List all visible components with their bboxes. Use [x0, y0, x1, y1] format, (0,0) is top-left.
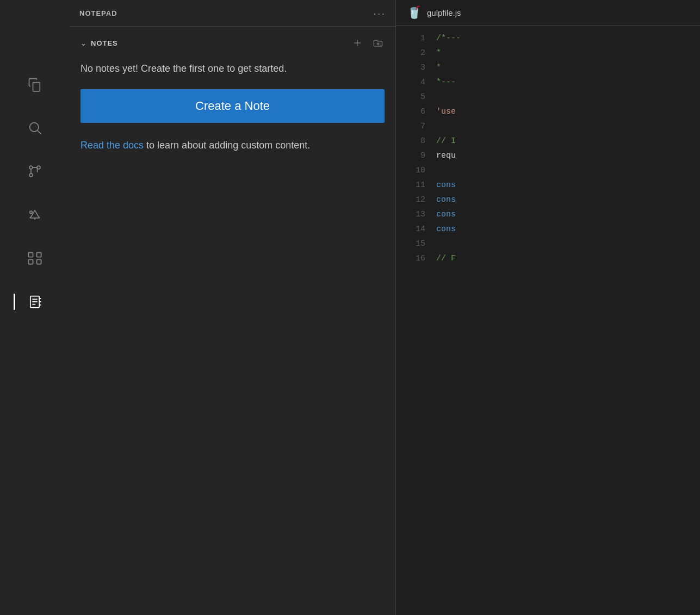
code-line: 'use: [434, 104, 700, 119]
editor-tab[interactable]: 🥤 gulpfile.js: [396, 0, 700, 26]
line-num: 1: [396, 31, 425, 46]
notes-label: NOTES: [91, 39, 118, 47]
sidebar-header: NOTEPAD ···: [70, 0, 395, 27]
line-num: 3: [396, 60, 425, 75]
plus-icon: [352, 38, 363, 48]
line-num: 14: [396, 222, 425, 237]
svg-line-2: [38, 131, 41, 134]
line-num: 7: [396, 119, 425, 134]
svg-rect-8: [37, 259, 41, 264]
line-num: 6: [396, 104, 425, 119]
line-num: 2: [396, 46, 425, 60]
empty-notes-message: No notes yet! Create the first one to ge…: [80, 61, 385, 76]
gulp-icon: 🥤: [407, 5, 422, 20]
sidebar-item-extensions[interactable]: [21, 245, 48, 272]
sidebar-item-explorer[interactable]: [21, 71, 48, 98]
add-folder-button[interactable]: [371, 36, 385, 49]
code-line: cons: [434, 222, 700, 237]
extensions-icon: [27, 251, 42, 266]
debug-icon: [27, 207, 42, 222]
create-note-button[interactable]: Create a Note: [80, 89, 385, 123]
line-num: 9: [396, 148, 425, 163]
svg-point-1: [30, 123, 39, 132]
code-line: cons: [434, 207, 700, 222]
more-options-button[interactable]: ···: [373, 8, 386, 18]
line-num: 10: [396, 163, 425, 178]
line-num: 8: [396, 134, 425, 148]
code-line: /*---: [434, 31, 700, 46]
sidebar-item-run-debug[interactable]: [21, 201, 48, 228]
code-line: cons: [434, 192, 700, 207]
code-line: *---: [434, 75, 700, 90]
sidebar-content: ⌄ NOTES: [70, 27, 395, 615]
code-line: [434, 90, 700, 104]
notepad-icon: [27, 294, 42, 309]
line-num: 4: [396, 75, 425, 90]
line-num: 15: [396, 237, 425, 251]
activity-bar: [0, 0, 70, 615]
code-line: [434, 163, 700, 178]
notepad-sidebar: NOTEPAD ··· ⌄ NOTES: [70, 0, 396, 615]
notes-section-header: ⌄ NOTES: [80, 36, 385, 49]
code-line: requ: [434, 148, 700, 163]
notes-label-group: ⌄ NOTES: [80, 39, 118, 47]
notes-actions: [351, 36, 385, 49]
main-layout: NOTEPAD ··· ⌄ NOTES: [0, 0, 700, 615]
svg-point-6: [30, 211, 33, 214]
search-icon: [27, 120, 42, 135]
add-note-button[interactable]: [351, 36, 364, 49]
copy-icon: [27, 77, 42, 92]
sidebar-item-source-control[interactable]: [21, 158, 48, 185]
line-num: 12: [396, 192, 425, 207]
docs-text: Read the docs to learn about adding cust…: [80, 138, 385, 153]
editor-area: 🥤 gulpfile.js 1 2 3 4 5 6 7 8 9 10 11 12…: [396, 0, 700, 615]
code-line: *: [434, 46, 700, 60]
code-line: // F: [434, 251, 700, 266]
svg-rect-0: [33, 83, 40, 91]
code-line: // I: [434, 134, 700, 148]
read-docs-link[interactable]: Read the docs: [80, 140, 144, 151]
line-num: 5: [396, 90, 425, 104]
docs-text-plain: to learn about adding custom content.: [144, 140, 310, 151]
code-line: [434, 237, 700, 251]
line-num: 11: [396, 178, 425, 192]
folder-plus-icon: [373, 38, 383, 48]
svg-point-5: [29, 173, 33, 177]
svg-rect-10: [37, 253, 41, 257]
code-line: cons: [434, 178, 700, 192]
sidebar-item-notepad[interactable]: [21, 288, 48, 315]
sidebar-item-search[interactable]: [21, 114, 48, 141]
chevron-down-icon: ⌄: [80, 39, 86, 47]
code-content: /*--- * * *--- 'use // I requ cons cons …: [434, 26, 700, 615]
tab-filename: gulpfile.js: [427, 8, 461, 17]
code-line: *: [434, 60, 700, 75]
line-num: 13: [396, 207, 425, 222]
editor-body: 1 2 3 4 5 6 7 8 9 10 11 12 13 14 15 16 /…: [396, 26, 700, 615]
svg-rect-9: [28, 253, 33, 257]
code-line: [434, 119, 700, 134]
svg-point-3: [29, 166, 33, 169]
line-num: 16: [396, 251, 425, 266]
svg-rect-7: [28, 259, 33, 264]
line-numbers: 1 2 3 4 5 6 7 8 9 10 11 12 13 14 15 16: [396, 26, 434, 615]
git-icon: [27, 164, 42, 179]
sidebar-title: NOTEPAD: [79, 9, 117, 17]
